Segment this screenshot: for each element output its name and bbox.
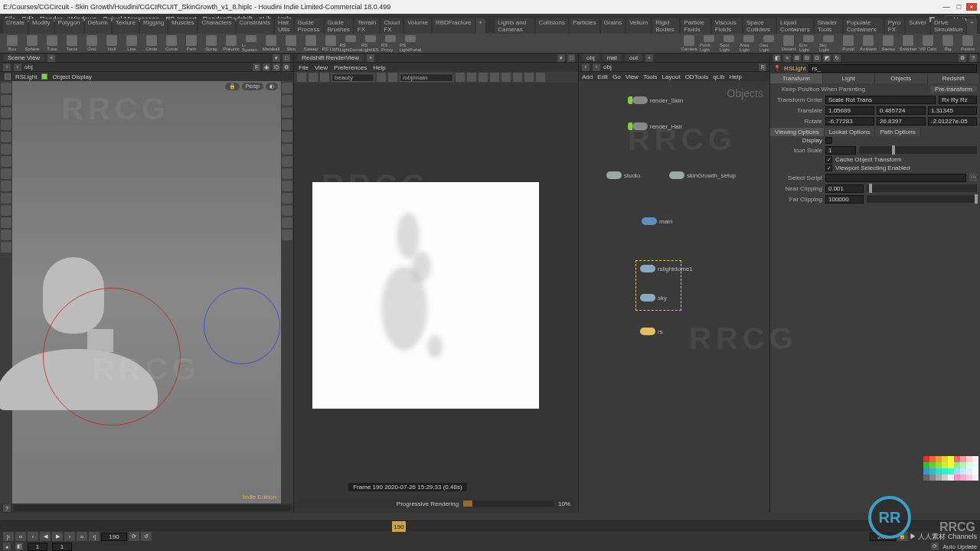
select-script-btn-icon[interactable]: ⋯: [969, 174, 977, 181]
shelf-tool[interactable]: Point Light: [700, 35, 718, 52]
shelf-tab[interactable]: +: [967, 18, 977, 34]
shelf-tab[interactable]: Hair Utils: [275, 18, 293, 34]
palette-swatch[interactable]: [954, 456, 960, 462]
minimize-icon[interactable]: —: [941, 3, 952, 11]
palette-swatch[interactable]: [929, 474, 936, 481]
net-fwd-icon[interactable]: ›: [593, 64, 600, 71]
icon-scale-slider[interactable]: [859, 146, 977, 154]
palette-swatch[interactable]: [948, 468, 954, 474]
palette-swatch[interactable]: [923, 456, 929, 462]
shelf-tab[interactable]: Muscles: [168, 18, 197, 34]
shelf-tab[interactable]: Particles: [570, 18, 599, 34]
network-canvas[interactable]: Objects render_Skin render_Hair studio s…: [579, 81, 769, 513]
display-checkbox[interactable]: [825, 137, 832, 144]
parm-opt5-icon[interactable]: ⊡: [813, 54, 821, 62]
node-rslight[interactable]: rs: [640, 328, 663, 335]
range-end2-input[interactable]: [52, 543, 72, 551]
playbar-right-label[interactable]: ▶ 人人素材 Channels: [910, 532, 977, 542]
shelf-tab[interactable]: Solver: [906, 18, 929, 34]
auto-update-label[interactable]: Auto Update: [943, 543, 977, 550]
network-tab-obj[interactable]: obj: [582, 54, 599, 61]
shaded-icon[interactable]: [282, 119, 292, 130]
palette-swatch[interactable]: [942, 468, 948, 474]
rv-menu-help[interactable]: Help: [373, 64, 385, 71]
far-clip-input[interactable]: [825, 195, 864, 204]
shelf-tool[interactable]: Sweep: [302, 35, 320, 52]
shelf-tool[interactable]: Sphere: [23, 35, 41, 52]
palette-swatch[interactable]: [948, 474, 954, 481]
palette-swatch[interactable]: [942, 474, 948, 481]
shelf-tool[interactable]: Spray: [202, 35, 220, 52]
palette-swatch[interactable]: [942, 462, 948, 468]
net-pin-icon[interactable]: ⎘: [759, 64, 766, 71]
shelf-tab[interactable]: Create: [3, 18, 28, 34]
view-tool-icon[interactable]: [1, 205, 11, 216]
shelf-tool[interactable]: Env Light: [799, 35, 818, 52]
snapshot-icon[interactable]: ◉: [263, 64, 270, 71]
net-back-icon[interactable]: ‹: [582, 64, 590, 71]
prev-frame-icon[interactable]: ‹: [28, 532, 38, 541]
palette-swatch[interactable]: [966, 456, 972, 462]
scene-view-tab[interactable]: Scene View: [3, 54, 44, 61]
icon-scale-input[interactable]: [825, 146, 856, 155]
next-key-icon[interactable]: ››: [77, 532, 87, 541]
shelf-tool[interactable]: Area Light: [740, 35, 758, 52]
shelf-tool[interactable]: Geo Light: [760, 35, 778, 52]
persp-dropdown[interactable]: Persp: [242, 83, 263, 90]
lock-cam-icon[interactable]: 🔒: [225, 83, 240, 90]
shelf-tab[interactable]: Texture: [113, 18, 139, 34]
shelf-tool[interactable]: Tube: [43, 35, 61, 52]
parm-opt2-icon[interactable]: ≡: [783, 54, 791, 62]
net-menu-odtools[interactable]: ODTools: [685, 73, 709, 80]
render-region-icon[interactable]: [1, 217, 11, 228]
shelf-tool[interactable]: RS LightPortal: [401, 35, 420, 52]
cache-obj-checkbox[interactable]: ✓: [825, 156, 832, 163]
palette-swatch[interactable]: [936, 474, 942, 481]
palette-swatch[interactable]: [960, 468, 966, 474]
normals-icon[interactable]: [282, 168, 292, 179]
net-menu-tools[interactable]: Tools: [643, 73, 658, 80]
palette-swatch[interactable]: [942, 456, 948, 462]
shelf-tool[interactable]: Distant: [779, 35, 798, 52]
dispopts-icon[interactable]: [282, 230, 292, 240]
play-back-icon[interactable]: ◀: [40, 532, 51, 541]
range-start-input[interactable]: [28, 543, 47, 551]
smooth-icon[interactable]: [282, 132, 292, 142]
auto-key-icon[interactable]: ●: [3, 543, 11, 550]
shelf-tool[interactable]: RS Light: [322, 35, 340, 52]
shelf-tab[interactable]: Populate Containers: [844, 18, 884, 34]
shelf-tab[interactable]: Characters: [198, 18, 234, 34]
net-menu-add[interactable]: Add: [582, 73, 593, 80]
network-path[interactable]: obj: [603, 64, 612, 70]
add-pane3-icon[interactable]: +: [645, 54, 653, 62]
view-opts-icon[interactable]: ⚙: [283, 64, 290, 71]
rv-menu-prefs[interactable]: Preferences: [334, 64, 367, 71]
palette-swatch[interactable]: [954, 462, 960, 468]
node-rslightdome1[interactable]: rslightdome1: [640, 265, 693, 272]
tx-input[interactable]: [825, 106, 874, 115]
rv-menu-view[interactable]: View: [315, 64, 328, 71]
shelf-tool[interactable]: Sky Light: [819, 35, 838, 52]
camera-icon[interactable]: ⌬: [273, 64, 280, 71]
palette-swatch[interactable]: [966, 474, 972, 481]
rv-opt3-icon[interactable]: [479, 73, 488, 82]
scope-icon[interactable]: ◧: [15, 543, 23, 550]
close-icon[interactable]: ×: [966, 3, 977, 11]
select-tool-icon[interactable]: [1, 83, 11, 93]
shelf-tab[interactable]: RBDFracture: [433, 18, 475, 34]
palette-swatch[interactable]: [972, 468, 978, 474]
tz-input[interactable]: [928, 106, 977, 115]
update-mode-icon[interactable]: ⟳: [931, 543, 939, 550]
shelf-tab[interactable]: Cloud FX: [381, 18, 403, 34]
net-menu-go[interactable]: Go: [612, 73, 621, 80]
bgimg-icon[interactable]: [282, 205, 292, 216]
render-path-input[interactable]: [400, 73, 453, 82]
add-pane2-icon[interactable]: +: [367, 54, 374, 62]
net-menu-layout[interactable]: Layout: [662, 73, 681, 80]
tab-redshift[interactable]: Redshift: [928, 73, 981, 83]
shelf-tool[interactable]: Curve: [162, 35, 181, 52]
palette-swatch[interactable]: [936, 456, 942, 462]
shelf-tool[interactable]: Circle: [142, 35, 161, 52]
snap-grid-icon[interactable]: [1, 156, 11, 167]
pre-xform-menu[interactable]: Pre-transform: [930, 86, 977, 93]
